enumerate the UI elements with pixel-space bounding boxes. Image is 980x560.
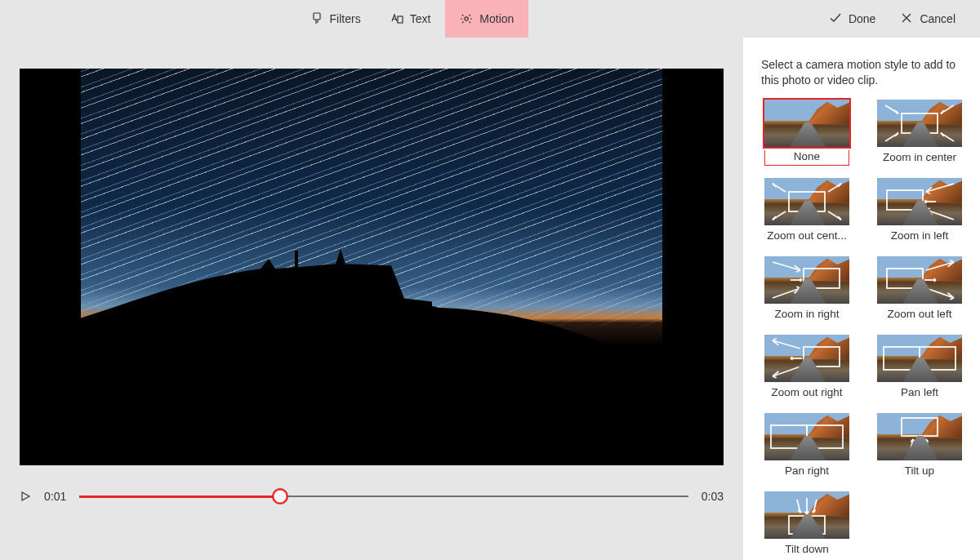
- motion-option-zoom-out-left[interactable]: Zoom out left: [874, 256, 965, 323]
- filters-icon: [310, 12, 323, 25]
- motion-thumbnail: [764, 335, 849, 382]
- scrubber-progress: [79, 496, 280, 498]
- tab-filters[interactable]: Filters: [296, 0, 376, 38]
- tab-label: Motion: [479, 12, 514, 25]
- svg-line-12: [941, 105, 954, 113]
- check-icon: [829, 11, 842, 27]
- motion-thumbnail: [877, 413, 962, 460]
- motion-thumbnail: [877, 256, 962, 304]
- svg-line-29: [926, 262, 954, 270]
- svg-rect-1: [398, 16, 403, 23]
- text-icon: [390, 12, 403, 25]
- svg-rect-38: [807, 425, 843, 448]
- motion-label: Zoom in right: [764, 307, 849, 323]
- panel-description: Select a camera motion style to add to t…: [761, 57, 965, 88]
- motion-label: Zoom in center: [877, 150, 962, 167]
- svg-line-43: [926, 439, 929, 452]
- tab-motion[interactable]: Motion: [445, 0, 528, 38]
- svg-rect-32: [804, 347, 840, 367]
- motion-option-tilt-up[interactable]: Tilt up: [874, 413, 965, 480]
- svg-rect-39: [771, 425, 807, 448]
- svg-line-21: [926, 184, 954, 192]
- motion-option-zoom-out-right[interactable]: Zoom out right: [761, 335, 853, 402]
- cancel-label: Cancel: [920, 12, 956, 25]
- current-time: 0:01: [44, 490, 66, 503]
- cancel-button[interactable]: Cancel: [895, 7, 960, 32]
- tab-label: Text: [410, 12, 431, 25]
- motion-label: Zoom out right: [764, 385, 849, 402]
- motion-option-zoom-in-left[interactable]: Zoom in left: [874, 178, 965, 245]
- svg-rect-28: [887, 269, 923, 288]
- motion-label: Tilt up: [877, 464, 962, 480]
- tab-text[interactable]: Text: [376, 0, 446, 38]
- svg-line-46: [797, 500, 800, 513]
- svg-line-26: [773, 288, 800, 298]
- motion-option-zoom-in-center[interactable]: Zoom in center: [874, 100, 965, 167]
- motion-thumbnail: [877, 178, 962, 225]
- close-icon: [900, 11, 913, 27]
- scrubber[interactable]: [79, 488, 688, 504]
- preview-area: [20, 69, 724, 465]
- svg-line-47: [813, 500, 817, 513]
- preview-image: [81, 69, 662, 465]
- motion-label: Zoom in left: [877, 229, 962, 245]
- svg-line-18: [773, 211, 786, 220]
- svg-rect-15: [789, 192, 825, 211]
- svg-rect-20: [887, 190, 923, 210]
- svg-rect-24: [804, 269, 840, 288]
- svg-line-22: [926, 210, 954, 220]
- motion-label: Tilt down: [764, 542, 849, 558]
- svg-line-16: [773, 184, 786, 192]
- motion-icon: [460, 12, 473, 25]
- svg-line-13: [885, 133, 898, 141]
- svg-line-17: [828, 184, 841, 192]
- svg-line-25: [773, 262, 800, 270]
- svg-rect-44: [789, 516, 825, 534]
- scrubber-thumb[interactable]: [272, 488, 288, 504]
- tab-label: Filters: [330, 12, 361, 25]
- motion-option-pan-right[interactable]: Pan right: [761, 413, 853, 480]
- play-button[interactable]: [20, 491, 31, 502]
- motion-thumbnail: [764, 491, 849, 539]
- motion-thumbnail: [877, 100, 962, 147]
- motion-panel: Select a camera motion style to add to t…: [743, 38, 980, 560]
- svg-rect-40: [902, 418, 938, 436]
- done-button[interactable]: Done: [824, 7, 880, 32]
- svg-rect-36: [884, 347, 920, 370]
- motion-label: None: [764, 150, 849, 166]
- motion-thumbnail: [764, 100, 849, 147]
- svg-rect-37: [920, 347, 956, 370]
- motion-option-zoom-out-center[interactable]: Zoom out cent...: [761, 178, 853, 245]
- motion-thumbnail: [764, 178, 849, 225]
- motion-label: Pan right: [764, 464, 849, 480]
- motion-label: Pan left: [877, 385, 962, 402]
- motion-thumbnail: [877, 335, 962, 382]
- svg-line-30: [926, 288, 954, 298]
- svg-line-42: [910, 439, 913, 452]
- motion-label: Zoom out cent...: [764, 229, 849, 245]
- svg-line-11: [885, 105, 898, 113]
- svg-line-19: [828, 211, 841, 220]
- svg-line-33: [773, 340, 800, 349]
- motion-option-pan-left[interactable]: Pan left: [874, 335, 965, 402]
- svg-line-14: [941, 133, 954, 141]
- done-label: Done: [849, 12, 875, 25]
- motion-option-tilt-down[interactable]: Tilt down: [761, 491, 853, 558]
- svg-rect-10: [902, 113, 938, 133]
- motion-option-none[interactable]: None: [761, 100, 853, 167]
- motion-option-zoom-in-right[interactable]: Zoom in right: [761, 256, 853, 323]
- svg-point-2: [465, 17, 468, 20]
- svg-line-34: [773, 367, 800, 376]
- motion-thumbnail: [764, 256, 849, 304]
- motion-thumbnail: [764, 413, 849, 460]
- total-time: 0:03: [702, 490, 724, 503]
- motion-label: Zoom out left: [877, 307, 962, 323]
- svg-rect-0: [314, 13, 320, 20]
